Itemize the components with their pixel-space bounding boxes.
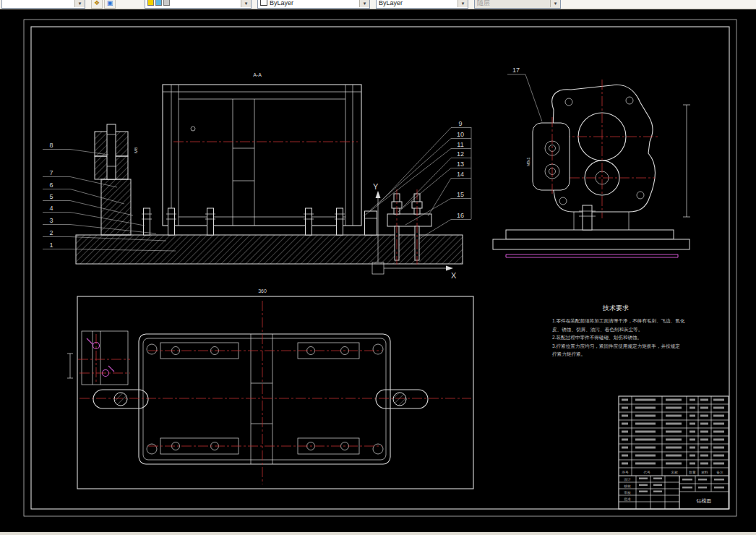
drawing-name: 钻模图 [696,498,712,504]
tech-req-line: 拧紧力矩拧紧。 [552,351,585,357]
callout-label: 10 [457,131,464,138]
callout-label: 11 [457,141,463,148]
callout-label: 15 [457,191,464,198]
callout-label-17: 17 [512,67,520,74]
technical-requirements: 技术要求 1.零件在装配前须将加工面清理干净，不得有毛刺、飞边、氧化 皮、锈蚀、… [552,304,685,357]
callout-label: 7 [49,169,53,176]
chevron-down-icon: ▾ [241,0,251,7]
clamp-screws [142,208,377,235]
front-section-view[interactable]: A-A M8 [43,72,471,280]
linetype-combo[interactable]: ByLayer ▾ [376,0,468,9]
tech-req-line: 1.零件在装配前须将加工面清理干净，不得有毛刺、飞边、氧化 [552,318,685,324]
window-bottom-edge [0,532,756,535]
parts-header-seq: 序号 [622,470,629,474]
plan-view[interactable]: 360 [67,288,473,489]
callout-label: 13 [457,160,464,168]
callout-label: 14 [457,171,464,178]
axis-x-label: X [451,271,457,280]
titleblock-label-check: 校核 [623,484,631,488]
linetype-combo-value: ByLayer [379,0,458,7]
color-swatch [260,0,267,6]
titleblock-label-design: 设计 [623,477,631,482]
parts-header-note: 备注 [716,470,723,475]
callout-label: 16 [457,212,464,219]
style-combo[interactable]: ▾ [1,0,85,9]
layer-lock-icon [163,0,170,6]
section-label: A-A [253,72,262,77]
layers-icon: ❖ [94,0,100,7]
sheet-frame [24,20,736,516]
cad-drawing-canvas[interactable]: A-A M8 [0,0,756,535]
parts-header-material: 材料 [700,471,708,475]
pad-bolt-holes [147,344,383,454]
parts-list-row [622,399,724,401]
chevron-down-icon: ▾ [359,0,369,7]
chevron-down-icon: ▾ [458,0,468,7]
callout-label: 9 [458,120,462,127]
layer-properties-button[interactable]: ❖ [91,0,103,9]
tech-req-line: 3.拧紧位置力应均匀，紧固件应使用规定力矩扳手，并按规定 [552,343,680,349]
callout-label: 12 [457,150,464,158]
callout-label: 1 [49,241,53,249]
axis-y-label: Y [373,182,379,191]
tech-req-line: 皮、锈蚀、切屑、油污、着色剂和灰尘等。 [552,327,643,333]
callout-label: 3 [49,217,53,224]
side-view[interactable]: M8x1 17 [493,67,690,257]
titleblock-label-audit: 审核 [624,490,631,495]
tech-req-line: 2.装配过程中零件不得磕碰、划伤和锈蚀。 [552,335,642,341]
titleblock-label-approve: 批准 [624,497,631,502]
callout-label: 5 [49,193,53,200]
layer-combo[interactable]: ▾ [145,0,252,9]
cad-application-window: ▾ ❖ ▣ ▾ ByLayer ▾ ByLayer ▾ 随层 ▾ [0,0,756,535]
plan-width-dimension: 360 [258,288,267,294]
thread-label-m8x1: M8x1 [526,158,531,166]
chevron-down-icon: ▾ [550,0,560,7]
parts-header-name: 名称 [671,471,678,475]
parts-header-code: 代号 [643,471,650,474]
callout-label: 2 [49,229,53,236]
callout-label: 4 [49,205,53,212]
layer-icon: ▣ [107,0,113,7]
layer-freeze-icon [155,0,162,6]
parts-header-qty: 数量 [689,471,696,474]
plotstyle-combo-value: 随层 [477,0,550,7]
tech-req-title: 技术要求 [602,304,629,312]
callout-label: 6 [49,181,53,189]
layer-on-icon [147,0,154,6]
callout-label: 8 [49,142,53,149]
color-combo-value: ByLayer [270,0,359,7]
color-combo[interactable]: ByLayer ▾ [257,0,370,9]
plotstyle-combo: 随层 ▾ [474,0,561,9]
make-layer-current-button[interactable]: ▣ [104,0,116,9]
title-block: 序号 代号 名称 数量 材料 备注 设计 校核 审核 批准 [619,396,729,509]
chevron-down-icon: ▾ [74,0,85,7]
left-locating-detail [67,331,130,385]
properties-toolbar: ▾ ❖ ▣ ▾ ByLayer ▾ ByLayer ▾ 随层 ▾ [0,0,756,9]
thread-label-m8: M8 [134,147,138,153]
